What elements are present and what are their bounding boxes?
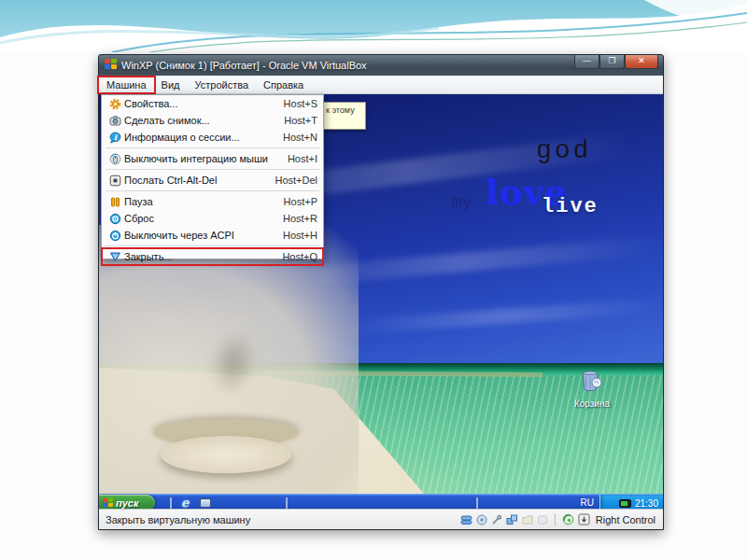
close-vm-icon: [106, 251, 124, 263]
menu-item-close[interactable]: Закрыть... Host+Q: [102, 248, 323, 265]
menu-item-pause[interactable]: Пауза Host+P: [102, 193, 323, 210]
close-button[interactable]: ✕: [625, 55, 658, 69]
battery-icon[interactable]: [619, 499, 631, 508]
minimize-button[interactable]: —: [574, 55, 599, 69]
gear-icon: [106, 98, 124, 110]
mouse-integration-icon: [106, 153, 124, 165]
hostkey-label: Right Control: [596, 514, 655, 525]
network-icon[interactable]: [506, 514, 518, 525]
recycle-bin-label: Корзина: [562, 399, 622, 409]
slide-wave-decoration: [0, 0, 747, 52]
tray-clock[interactable]: 21:30: [635, 498, 658, 509]
usb-icon[interactable]: [491, 514, 502, 525]
shared-folders-icon[interactable]: [522, 514, 533, 525]
camera-icon: [106, 115, 124, 127]
menu-separator: [106, 245, 319, 246]
hdd-icon[interactable]: [460, 514, 472, 525]
virtualbox-window: WinXP (Снимок 1) [Работает] - Oracle VM …: [98, 54, 664, 530]
wallpaper-word-live: live: [542, 195, 599, 218]
window-title: WinXP (Снимок 1) [Работает] - Oracle VM …: [121, 60, 367, 71]
menu-view[interactable]: Вид: [154, 77, 188, 92]
tooltip-text: к этому: [326, 105, 355, 115]
menu-item-reset[interactable]: Сброс Host+R: [102, 210, 323, 227]
window-titlebar[interactable]: WinXP (Снимок 1) [Работает] - Oracle VM …: [99, 55, 663, 76]
internet-explorer-icon[interactable]: e: [181, 497, 194, 510]
acpi-icon: [106, 230, 124, 242]
menu-machine[interactable]: Машина: [99, 77, 154, 92]
presentation-slide: WinXP (Снимок 1) [Работает] - Oracle VM …: [0, 0, 747, 560]
reset-icon: [106, 213, 124, 225]
vbox-statusbar: Закрыть виртуальную машину: [99, 509, 663, 529]
menu-bar: Машина Вид Устройства Справка: [99, 76, 663, 94]
guest-os-icon: [105, 59, 118, 72]
machine-menu-popup: Свойства... Host+S Сделать снимок... Hos…: [101, 94, 324, 259]
mouse-capture-icon[interactable]: [562, 513, 574, 525]
menu-item-take-snapshot[interactable]: Сделать снимок... Host+T: [102, 112, 323, 129]
menu-item-session-information[interactable]: i Информация о сессии... Host+N: [102, 129, 323, 146]
wallpaper-word-god: god: [536, 136, 591, 165]
statusbar-text: Закрыть виртуальную машину: [99, 514, 460, 525]
start-button-label: пуск: [116, 497, 139, 509]
show-desktop-icon[interactable]: [200, 498, 211, 508]
language-indicator[interactable]: RU: [581, 497, 594, 508]
wallpaper-word-my: my: [452, 193, 472, 212]
menu-item-settings[interactable]: Свойства... Host+S: [102, 95, 323, 112]
windows-flag-icon: [103, 498, 113, 509]
menu-separator: [106, 169, 319, 170]
recycle-bin-icon: [579, 368, 605, 394]
desktop-icon-recycle-bin[interactable]: Корзина: [562, 368, 622, 409]
session-info-icon: i: [106, 132, 124, 144]
menu-separator: [106, 190, 319, 191]
menu-devices[interactable]: Устройства: [187, 77, 256, 92]
menu-help[interactable]: Справка: [256, 77, 311, 92]
hostkey-state-icon[interactable]: [578, 513, 590, 525]
menu-item-acpi-shutdown[interactable]: Выключить через ACPI Host+H: [102, 227, 323, 244]
ctrl-alt-del-icon: [106, 175, 124, 187]
menu-separator: [106, 147, 319, 148]
maximize-button[interactable]: ❐: [599, 55, 625, 69]
cd-icon[interactable]: [476, 514, 487, 525]
menu-item-disable-mouse-integration[interactable]: Выключить интеграцию мыши Host+I: [102, 150, 323, 167]
pause-icon: [106, 196, 124, 208]
menu-item-send-ctrl-alt-del[interactable]: Послать Ctrl-Alt-Del Host+Del: [102, 172, 323, 189]
virtualization-icon[interactable]: [537, 514, 548, 525]
